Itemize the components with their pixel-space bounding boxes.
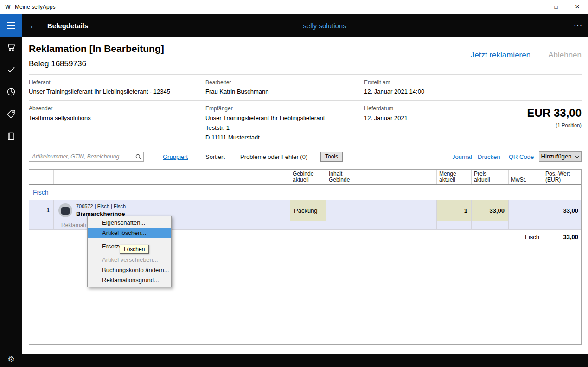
gear-icon: ⚙ — [7, 354, 14, 364]
probleme-filter[interactable]: Probleme oder Fehler (0) — [240, 153, 307, 160]
lieferant-label: Lieferant — [29, 79, 51, 86]
menu-item-buchungskonto[interactable]: Buchungskonto ändern... — [88, 265, 171, 275]
close-button[interactable]: × — [567, 0, 588, 14]
menu-item-artikel-loeschen[interactable]: Artikel löschen... — [88, 228, 171, 238]
sidebar-item-prices[interactable] — [0, 104, 22, 126]
divider — [29, 100, 582, 101]
menu-item-eigenschaften[interactable]: Eigenschaften... — [88, 218, 171, 228]
summary-value: 33,00 — [543, 230, 582, 244]
document-actions: Jetzt reklamieren Ablehnen — [471, 51, 582, 60]
bearbeiter-value: Frau Katrin Buschmann — [205, 88, 269, 95]
journal-link[interactable]: Journal — [452, 153, 472, 160]
lieferdatum-value: 12. Januar 2021 — [364, 114, 408, 121]
row-number: 1 — [29, 200, 54, 221]
gebinde-cell[interactable]: Packung — [290, 200, 326, 221]
lieferdatum-label: Lieferdatum — [364, 105, 393, 112]
sidebar: ⚙ — [0, 37, 22, 367]
qr-code-link[interactable]: QR Code — [509, 153, 534, 160]
position-count: (1 Position) — [556, 122, 582, 128]
tooltip-loeschen: Löschen — [120, 245, 149, 254]
column-header-number — [29, 170, 54, 184]
search-input[interactable] — [29, 152, 144, 162]
menge-cell[interactable]: 1 — [437, 200, 472, 221]
app-icon: W — [4, 4, 12, 10]
app-header: ← Belegdetails selly solutions ··· — [0, 14, 588, 37]
preis-cell[interactable]: 33,00 — [472, 200, 509, 221]
window-title: Meine sellyApps — [15, 4, 55, 10]
summary-label: Fisch — [509, 230, 543, 244]
bottom-bar — [0, 354, 588, 367]
pie-chart-icon — [6, 87, 16, 98]
cart-icon — [6, 43, 16, 54]
tools-button[interactable]: Tools — [320, 152, 343, 162]
menu-item-reklamationsgrund[interactable]: Reklamationsgrund... — [88, 275, 171, 285]
product-image — [58, 203, 72, 217]
chevron-down-icon — [575, 153, 579, 160]
menu-item-artikel-verschieben: Artikel verschieben... — [88, 255, 171, 265]
group-header-fisch: Fisch — [29, 185, 581, 200]
back-arrow-icon: ← — [29, 20, 39, 31]
search-field-wrap — [29, 152, 144, 162]
ablehnen-button[interactable]: Ablehnen — [548, 51, 582, 60]
divider — [29, 74, 582, 75]
erstellt-label: Erstellt am — [364, 79, 390, 86]
more-options-button[interactable]: ··· — [574, 14, 582, 37]
ellipsis-icon: ··· — [574, 21, 582, 30]
minimize-button[interactable]: ─ — [524, 0, 545, 14]
main-content: Reklamation [In Bearbeitung] Beleg 16859… — [22, 37, 588, 354]
bearbeiter-label: Bearbeiter — [205, 79, 231, 86]
sidebar-item-tasks[interactable] — [0, 59, 22, 82]
hamburger-icon — [7, 22, 15, 23]
gruppiert-toggle[interactable]: Gruppiert — [163, 153, 188, 160]
column-header-wert: Pos.-Wert(EUR) — [543, 170, 582, 184]
settings-button[interactable]: ⚙ — [0, 353, 22, 365]
column-header-mwst: MwSt. — [509, 170, 543, 184]
table-header-row: Gebindeaktuell InhaltGebinde Mengeaktuel… — [29, 170, 581, 185]
sidebar-item-catalog[interactable] — [0, 126, 22, 148]
reklamieren-button[interactable]: Jetzt reklamieren — [471, 51, 530, 60]
document-title: Reklamation [In Bearbeitung] — [29, 43, 164, 54]
document-total: EUR 33,00 — [527, 107, 582, 120]
column-header-preis: Preisaktuell — [472, 170, 509, 184]
book-icon — [6, 132, 16, 143]
empfaenger-line2: Teststr. 1 — [205, 124, 230, 131]
sidebar-item-statistics[interactable] — [0, 82, 22, 104]
document-number: Beleg 16859736 — [29, 59, 86, 69]
column-header-menge: Mengeaktuell — [437, 170, 472, 184]
maximize-button[interactable]: □ — [545, 0, 567, 14]
pos-wert-cell: 33,00 — [543, 200, 582, 221]
drucken-link[interactable]: Drucken — [478, 153, 500, 160]
tag-icon — [6, 109, 16, 120]
titlebar: W Meine sellyApps ─ □ × — [0, 0, 588, 14]
absender-label: Absender — [29, 105, 52, 112]
lieferant-value: Unser Trainingslieferant Ihr Lieblingsli… — [29, 88, 170, 95]
brand-title: selly solutions — [303, 14, 346, 37]
hinzufuegen-button[interactable]: Hinzufügen — [539, 151, 582, 162]
column-header-article — [54, 170, 290, 184]
sidebar-item-cart[interactable] — [0, 37, 22, 59]
hamburger-menu-button[interactable] — [0, 14, 22, 37]
article-meta: 700572 | Fisch | Fisch — [76, 203, 126, 209]
column-header-inhalt: InhaltGebinde — [326, 170, 437, 184]
erstellt-value: 12. Januar 2021 14:00 — [364, 88, 424, 95]
check-icon — [6, 65, 16, 76]
absender-value: Testfirma sellysolutions — [29, 114, 91, 121]
empfaenger-line3: D 11111 Musterstadt — [205, 134, 260, 141]
search-icon[interactable] — [135, 153, 141, 162]
inhalt-gebinde-cell — [326, 200, 437, 221]
empfaenger-line1: Unser Trainingslieferant Ihr Lieblingsli… — [205, 114, 325, 121]
menu-separator — [89, 240, 170, 240]
back-button[interactable]: ← — [27, 14, 41, 37]
mwst-cell — [509, 200, 543, 221]
empfaenger-label: Empfänger — [205, 105, 233, 112]
page-title: Belegdetails — [47, 14, 88, 37]
app-window: W Meine sellyApps ─ □ × ← Belegdetails s… — [0, 0, 588, 367]
column-header-gebinde: Gebindeaktuell — [290, 170, 326, 184]
sortiert-toggle[interactable]: Sortiert — [205, 153, 225, 160]
